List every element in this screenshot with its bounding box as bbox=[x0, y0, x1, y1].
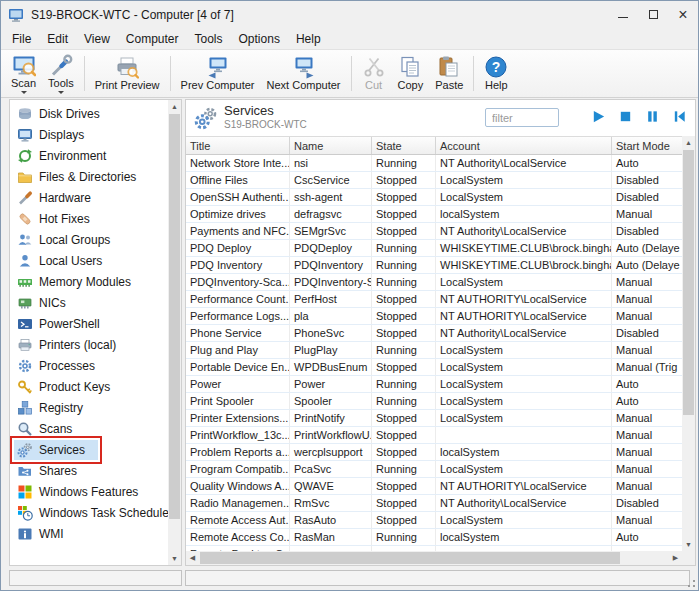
paste-button[interactable]: Paste bbox=[429, 52, 469, 95]
help-button[interactable]: Help bbox=[478, 52, 514, 95]
close-button[interactable]: × bbox=[668, 1, 698, 28]
sidebar-scrollbar-thumb[interactable] bbox=[169, 114, 180, 519]
menu-item[interactable]: Computer bbox=[118, 29, 187, 49]
menu-item[interactable]: View bbox=[76, 29, 118, 49]
cell-title: Printer Extensions... bbox=[186, 410, 290, 426]
table-row[interactable]: Performance Logs... pla Stopped NT AUTHO… bbox=[186, 308, 682, 325]
cell-state: Running bbox=[372, 376, 436, 392]
sidebar-list: Disk Drives Displays Environment bbox=[10, 103, 168, 565]
menu-item[interactable]: Edit bbox=[39, 29, 76, 49]
scan-label: Scan bbox=[11, 78, 36, 89]
table-row[interactable]: Radio Managemen... RmSvc Stopped NT Auth… bbox=[186, 495, 682, 512]
scroll-left-arrow[interactable]: ◀ bbox=[186, 551, 199, 565]
sidebar-item[interactable]: Scans bbox=[10, 418, 168, 439]
statusbar-left-panel bbox=[9, 570, 182, 586]
start-service-button[interactable] bbox=[591, 109, 606, 124]
menu-item[interactable]: Tools bbox=[187, 29, 231, 49]
sidebar-item[interactable]: Local Users bbox=[10, 250, 168, 271]
sidebar-item-label: Local Users bbox=[39, 254, 102, 268]
maximize-button[interactable] bbox=[638, 1, 668, 28]
sidebar-item[interactable]: Product Keys bbox=[10, 376, 168, 397]
table-row[interactable]: Problem Reports a... wercplsupport Stopp… bbox=[186, 444, 682, 461]
sidebar-item[interactable]: Hot Fixes bbox=[10, 208, 168, 229]
scroll-down-arrow[interactable]: ▼ bbox=[682, 538, 695, 551]
cell-title: OpenSSH Authenti... bbox=[186, 189, 290, 205]
filter-input[interactable] bbox=[485, 108, 559, 127]
scroll-up-arrow[interactable]: ▲ bbox=[168, 100, 181, 113]
cell-name: ssh-agent bbox=[290, 189, 372, 205]
column-header[interactable]: Name bbox=[290, 137, 372, 154]
restart-service-button[interactable] bbox=[672, 109, 687, 124]
sidebar-item[interactable]: Processes bbox=[10, 355, 168, 376]
sidebar-item[interactable]: Windows Features bbox=[10, 481, 168, 502]
sidebar-item[interactable]: Registry bbox=[10, 397, 168, 418]
table-row[interactable]: Printer Extensions... PrintNotify Stoppe… bbox=[186, 410, 682, 427]
menu-item[interactable]: Help bbox=[288, 29, 329, 49]
next-computer-button[interactable]: Next Computer bbox=[261, 52, 347, 95]
resize-grip[interactable] bbox=[684, 576, 696, 588]
table-row[interactable]: PDQ Inventory PDQInventory Running WHISK… bbox=[186, 257, 682, 274]
column-header[interactable]: Start Mode bbox=[612, 137, 682, 154]
scroll-up-arrow[interactable]: ▲ bbox=[682, 136, 695, 149]
column-header[interactable]: Title bbox=[186, 137, 290, 154]
table-row[interactable]: Program Compatib... PcaSvc Running Local… bbox=[186, 461, 682, 478]
scroll-right-arrow[interactable]: ▶ bbox=[669, 551, 682, 565]
minimize-button[interactable] bbox=[608, 1, 638, 28]
scan-button[interactable]: Scan bbox=[5, 52, 42, 95]
sidebar-item[interactable]: WMI bbox=[10, 523, 168, 544]
cell-account: NT AUTHORITY\LocalService bbox=[436, 291, 612, 307]
cell-name: Power bbox=[290, 376, 372, 392]
sidebar-item[interactable]: Windows Task Schedules bbox=[10, 502, 168, 523]
table-row[interactable]: Print Spooler Spooler Running LocalSyste… bbox=[186, 393, 682, 410]
table-row[interactable]: Portable Device En... WPDBusEnum Stopped… bbox=[186, 359, 682, 376]
table-row[interactable]: PrintWorkflow_13c... PrintWorkflowU... S… bbox=[186, 427, 682, 444]
table-row[interactable]: PDQ Deploy PDQDeploy Running WHISKEYTIME… bbox=[186, 240, 682, 257]
stop-service-button[interactable] bbox=[618, 109, 633, 124]
table-row[interactable]: Remote Access Co... RasMan Running local… bbox=[186, 529, 682, 546]
sidebar-item[interactable]: Local Groups bbox=[10, 229, 168, 250]
table-row[interactable]: Network Store Inte... nsi Running NT Aut… bbox=[186, 155, 682, 172]
table-row[interactable]: OpenSSH Authenti... ssh-agent Stopped Lo… bbox=[186, 189, 682, 206]
sidebar-item[interactable]: NICs bbox=[10, 292, 168, 313]
sidebar-item-inner: Hot Fixes bbox=[14, 209, 95, 229]
pause-service-button[interactable] bbox=[645, 109, 660, 124]
sidebar-item[interactable]: Displays bbox=[10, 124, 168, 145]
sidebar-item[interactable]: Printers (local) bbox=[10, 334, 168, 355]
table-row[interactable]: Payments and NFC... SEMgrSvc Stopped NT … bbox=[186, 223, 682, 240]
table-row[interactable]: Phone Service PhoneSvc Stopped NT Author… bbox=[186, 325, 682, 342]
sidebar-item[interactable]: Disk Drives bbox=[10, 103, 168, 124]
table-row[interactable]: Remote Access Aut... RasAuto Stopped Loc… bbox=[186, 512, 682, 529]
sidebar-item-label: Shares bbox=[39, 464, 77, 478]
table-horizontal-scrollbar[interactable]: ◀ ▶ bbox=[186, 551, 682, 565]
menu-item[interactable]: File bbox=[4, 29, 39, 49]
horizontal-scrollbar-thumb[interactable] bbox=[200, 552, 620, 564]
scroll-down-arrow[interactable]: ▼ bbox=[168, 552, 181, 565]
sidebar-item[interactable]: Hardware bbox=[10, 187, 168, 208]
sidebar-item[interactable]: Shares bbox=[10, 460, 168, 481]
prev-computer-button[interactable]: Prev Computer bbox=[175, 52, 261, 95]
table-row[interactable]: Quality Windows A... QWAVE Stopped NT AU… bbox=[186, 478, 682, 495]
table-row[interactable]: Offline Files CscService Stopped LocalSy… bbox=[186, 172, 682, 189]
table-vertical-scrollbar[interactable]: ▲ ▼ bbox=[682, 136, 695, 551]
table-scrollbar-thumb[interactable] bbox=[683, 150, 694, 415]
sidebar-item-icon bbox=[17, 274, 33, 290]
sidebar-item[interactable]: Services bbox=[10, 439, 168, 460]
tools-button[interactable]: Tools bbox=[42, 52, 80, 95]
sidebar-item[interactable]: Environment bbox=[10, 145, 168, 166]
copy-button[interactable]: Copy bbox=[392, 52, 430, 95]
sidebar-item[interactable]: Memory Modules bbox=[10, 271, 168, 292]
sidebar-scrollbar[interactable]: ▲ ▼ bbox=[168, 100, 181, 565]
table-row[interactable]: Performance Count... PerfHost Stopped NT… bbox=[186, 291, 682, 308]
table-row[interactable]: Power Power Running LocalSystem Auto bbox=[186, 376, 682, 393]
column-header[interactable]: Account bbox=[436, 137, 612, 154]
cell-state: Stopped bbox=[372, 444, 436, 460]
sidebar-item[interactable]: Files & Directories bbox=[10, 166, 168, 187]
table-row[interactable]: Optimize drives defragsvc Stopped localS… bbox=[186, 206, 682, 223]
sidebar-item[interactable]: PowerShell bbox=[10, 313, 168, 334]
column-header[interactable]: State bbox=[372, 137, 436, 154]
table-row[interactable]: Plug and Play PlugPlay Running LocalSyst… bbox=[186, 342, 682, 359]
titlebar[interactable]: S19-BROCK-WTC - Computer [4 of 7] × bbox=[1, 1, 698, 28]
menu-item[interactable]: Options bbox=[231, 29, 288, 49]
print-preview-button[interactable]: Print Preview bbox=[89, 52, 166, 95]
table-row[interactable]: PDQInventory-Sca... PDQInventory-S... Ru… bbox=[186, 274, 682, 291]
